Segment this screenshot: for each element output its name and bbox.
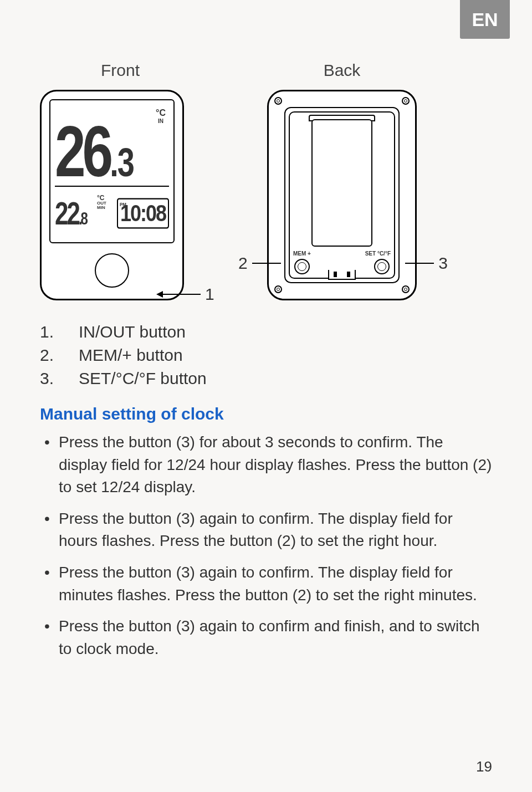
legend-num: 3. xyxy=(40,369,79,388)
screw-icon xyxy=(402,97,410,105)
out-temp-dec: .8 xyxy=(79,208,86,228)
mem-button-label: MEM + xyxy=(293,251,311,257)
page-content: Front 26.3 °C IN xyxy=(0,0,532,691)
legend-text: MEM/+ button xyxy=(79,346,183,365)
callout-line xyxy=(162,294,201,295)
instruction-item: Press the button (3) again to confirm. T… xyxy=(59,508,492,553)
callout-3: 3 xyxy=(405,254,452,273)
set-button-icon xyxy=(374,259,390,274)
set-button-label: SET °C/°F xyxy=(365,251,391,257)
screw-icon xyxy=(274,285,282,293)
out-temp-int: 22 xyxy=(55,195,79,231)
callout-2-number: 2 xyxy=(238,254,248,273)
device-back: MEM + SET °C/°F xyxy=(267,90,417,300)
front-wrap: 26.3 °C IN 22.8 xyxy=(40,90,201,300)
callout-3-number: 3 xyxy=(438,254,448,273)
device-diagrams: Front 26.3 °C IN xyxy=(40,61,492,300)
legend-text: IN/OUT button xyxy=(79,323,186,341)
legend-num: 1. xyxy=(40,323,79,341)
main-temp-dec: .3 xyxy=(110,139,134,185)
legend-item: 2. MEM/+ button xyxy=(40,346,492,365)
callout-1-number: 1 xyxy=(205,285,214,304)
battery-cover xyxy=(311,119,372,247)
language-tab: EN xyxy=(460,0,510,39)
legend-text: SET/°C/°F button xyxy=(79,369,207,388)
instruction-item: Press the button (3) again to confirm. T… xyxy=(59,561,492,606)
back-wrap: MEM + SET °C/°F 2 3 xyxy=(250,90,433,300)
legend-item: 1. IN/OUT button xyxy=(40,323,492,341)
back-diagram-column: Back MEM + SET °C/°F xyxy=(250,61,433,300)
in-out-button-icon xyxy=(95,253,129,288)
instruction-list: Press the button (3) for about 3 seconds… xyxy=(40,431,492,660)
section-heading: Manual setting of clock xyxy=(40,405,492,423)
main-temp: 26.3 xyxy=(55,119,134,183)
legend-num: 2. xyxy=(40,346,79,365)
callout-2: 2 xyxy=(234,254,281,273)
callout-1: 1 xyxy=(156,285,214,304)
front-diagram-column: Front 26.3 °C IN xyxy=(40,61,201,300)
main-unit: °C xyxy=(156,108,166,118)
legend-item: 3. SET/°C/°F button xyxy=(40,369,492,388)
mem-button-icon xyxy=(294,259,310,274)
device-front: 26.3 °C IN 22.8 xyxy=(40,90,184,300)
instruction-item: Press the button (3) for about 3 seconds… xyxy=(59,431,492,499)
page-number: 19 xyxy=(476,758,492,775)
clock-pm: PM xyxy=(120,201,126,207)
callout-line xyxy=(252,263,281,264)
out-unit-block: °C OUT MIN xyxy=(97,189,106,210)
screw-icon xyxy=(402,285,410,293)
out-temp: 22.8 xyxy=(55,195,86,231)
callout-line xyxy=(405,263,434,264)
front-label: Front xyxy=(101,61,140,80)
clock-display: PM 10:08 xyxy=(117,198,169,228)
in-indicator: IN xyxy=(158,118,163,124)
lcd-screen: 26.3 °C IN 22.8 xyxy=(49,99,175,243)
main-unit-block: °C IN xyxy=(156,108,166,124)
min-indicator: MIN xyxy=(97,205,105,210)
battery-clip xyxy=(328,270,356,280)
lcd-main-temp: 26.3 °C IN xyxy=(55,105,169,183)
screw-icon xyxy=(274,97,282,105)
instruction-item: Press the button (3) again to confirm an… xyxy=(59,615,492,660)
lcd-bottom-row: 22.8 °C OUT MIN PM 10:08 xyxy=(55,189,169,238)
main-temp-int: 26 xyxy=(55,110,110,191)
back-label: Back xyxy=(324,61,361,80)
button-legend: 1. IN/OUT button 2. MEM/+ button 3. SET/… xyxy=(40,323,492,388)
clock-time: 10:08 xyxy=(120,200,166,227)
